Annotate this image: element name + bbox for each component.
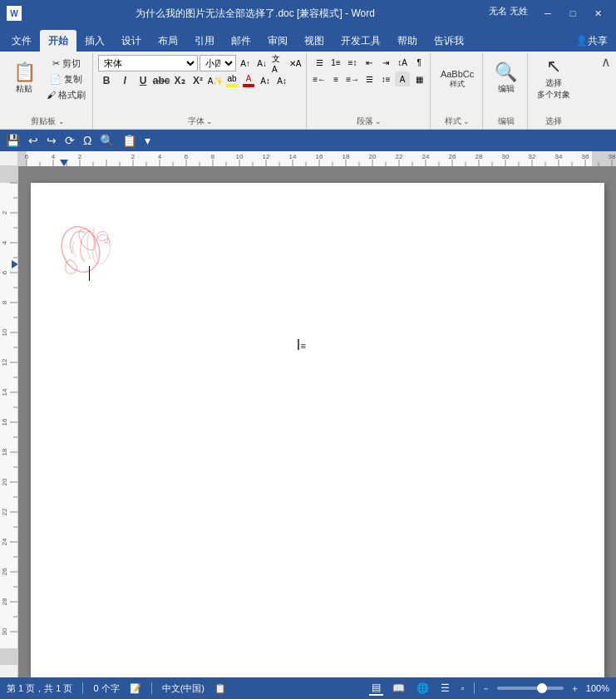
tab-view[interactable]: 视图 [296, 30, 333, 52]
font-family-select[interactable]: 宋体 [98, 55, 198, 71]
bold-button[interactable]: B [98, 73, 115, 88]
line-spacing-button[interactable]: ↕≡ [378, 71, 393, 86]
zoom-thumb[interactable] [537, 683, 547, 693]
zoom-track[interactable] [497, 687, 564, 690]
view-outline-button[interactable]: ☰ [438, 682, 452, 695]
status-left: 第 1 页，共 1 页 0 个字 📝 中文(中国) 📋 [7, 682, 226, 695]
ibeam-cursor: I≡ [297, 337, 306, 354]
italic-button[interactable]: I [116, 73, 133, 88]
tab-design[interactable]: 设计 [113, 30, 150, 52]
text-cursor [89, 266, 90, 281]
decrease-indent-button[interactable]: ⇤ [362, 55, 377, 70]
paragraph-label: 段落 ⌄ [357, 116, 382, 127]
main-area: I≡ [0, 166, 616, 677]
show-formatting-button[interactable]: ¶ [411, 55, 426, 70]
zoom-slider[interactable] [497, 687, 564, 690]
align-right-button[interactable]: ≡→ [345, 71, 360, 86]
tab-insert[interactable]: 插入 [76, 30, 113, 52]
superscript-button[interactable]: X² [190, 73, 206, 88]
editing-label: 编辑 [498, 116, 515, 127]
clipboard-label: 剪贴板 ⌄ [31, 116, 65, 127]
select-objects-button[interactable]: ↖ 选择多个对象 [533, 55, 574, 103]
find-qa-button[interactable]: 🔍 [97, 132, 116, 149]
increase-indent-button[interactable]: ⇥ [378, 55, 393, 70]
view-print-button[interactable]: ▤ [369, 681, 383, 696]
clipboard-group: 📋 粘贴 ✂ 剪切 📄 复制 🖌 格式刷 剪贴板 ⌄ [3, 53, 93, 129]
border-button[interactable]: ▦ [411, 71, 426, 86]
symbol-button[interactable]: Ω [81, 132, 94, 149]
cut-button[interactable]: ✂ 剪切 [43, 56, 89, 71]
styles-button[interactable]: AaBbCc 样式 [436, 55, 479, 103]
view-draft-button[interactable]: ▫ [459, 682, 467, 695]
underline-button[interactable]: U [135, 73, 151, 88]
paste-button[interactable]: 📋 粘贴 [7, 55, 42, 103]
font-label: 字体 ⌄ [188, 116, 214, 127]
editing-group: 🔍 编辑 编辑 [485, 53, 528, 129]
copy-button[interactable]: 📄 复制 [43, 71, 89, 86]
status-divider-2 [151, 682, 152, 694]
save-button[interactable]: 💾 [3, 132, 22, 149]
redo-button[interactable]: ↪ [44, 132, 59, 149]
view-read-button[interactable]: 📖 [390, 682, 407, 695]
highlight-color-button[interactable]: ab [224, 73, 239, 88]
font-shrink-button[interactable]: A↓ [254, 56, 269, 71]
tab-mailings[interactable]: 邮件 [223, 30, 259, 52]
tab-review[interactable]: 审阅 [259, 30, 296, 52]
sort-button[interactable]: ↕A [395, 55, 410, 70]
quick-access-toolbar: 💾 ↩ ↪ ⟳ Ω 🔍 📋 ▾ [0, 130, 616, 151]
tab-home[interactable]: 开始 [40, 30, 76, 52]
subscript-button[interactable]: X₂ [171, 73, 188, 88]
bullets-button[interactable]: ☰ [312, 55, 327, 70]
zoom-level[interactable]: 100% [586, 683, 609, 693]
tab-references[interactable]: 引用 [186, 30, 223, 52]
view-web-button[interactable]: 🌐 [414, 682, 431, 695]
status-divider-3 [474, 682, 475, 694]
ruler-container [0, 151, 616, 166]
font-grow-button[interactable]: A↑ [238, 56, 253, 71]
vertical-ruler [0, 166, 18, 677]
language-indicator[interactable]: 中文(中国) [162, 682, 205, 695]
close-button[interactable]: ✕ [586, 5, 609, 22]
font-size-adjust2-button[interactable]: A↕ [274, 73, 289, 88]
zoom-minus-button[interactable]: － [481, 682, 490, 695]
document-area[interactable]: I≡ [18, 166, 616, 677]
tab-share[interactable]: 👤 共享 [567, 30, 616, 52]
align-center-button[interactable]: ≡ [328, 71, 343, 86]
refresh-button[interactable]: ⟳ [62, 132, 77, 149]
minimize-button[interactable]: ─ [536, 5, 559, 22]
document-page[interactable]: I≡ [31, 183, 604, 677]
maximize-button[interactable]: □ [561, 5, 584, 22]
status-divider-1 [82, 682, 83, 694]
font-color-button[interactable]: A [241, 73, 256, 88]
ribbon-tabs: 文件 开始 插入 设计 布局 引用 邮件 审阅 视图 开发工具 帮助 告诉我 👤… [0, 27, 616, 52]
quick-access-more-button[interactable]: ▾ [142, 132, 153, 149]
align-left-button[interactable]: ≡← [312, 71, 327, 86]
font-size-adjust-button[interactable]: A↕ [258, 73, 273, 88]
justify-button[interactable]: ☰ [362, 71, 377, 86]
format-painter-button[interactable]: 🖌 格式刷 [43, 87, 89, 102]
tab-file[interactable]: 文件 [3, 30, 40, 52]
numbering-button[interactable]: 1≡ [328, 55, 343, 70]
select-group: ↖ 选择多个对象 选择 [530, 53, 578, 129]
ribbon-collapse-button[interactable]: ∧ [598, 53, 614, 70]
zoom-plus-button[interactable]: ＋ [570, 682, 579, 695]
styles-group: AaBbCc 样式 样式 ⌄ [432, 53, 483, 129]
multilevel-list-button[interactable]: ≡↕ [345, 55, 360, 70]
find-button[interactable]: 🔍 编辑 [490, 55, 522, 103]
font-aa-button[interactable]: 文A [271, 56, 286, 71]
clear-format-button[interactable]: ✕A [288, 56, 303, 71]
tab-help[interactable]: 帮助 [389, 30, 426, 52]
strikethrough-button[interactable]: abc [153, 73, 170, 88]
window-title: 为什么我的图片无法全部选择了.doc [兼容模式] - Word [22, 7, 489, 21]
clipboard-qa-button[interactable]: 📋 [120, 132, 139, 149]
username: 无名 无姓 [489, 5, 528, 22]
tab-tellme[interactable]: 告诉我 [426, 30, 472, 52]
text-effect-button[interactable]: A✨ [208, 73, 223, 88]
font-size-select[interactable]: 小四 [200, 55, 236, 71]
tab-layout[interactable]: 布局 [150, 30, 186, 52]
page-info: 第 1 页，共 1 页 [7, 682, 72, 695]
shading-button[interactable]: A [395, 71, 410, 86]
tab-developer[interactable]: 开发工具 [333, 30, 389, 52]
window-controls: 无名 无姓 ─ □ ✕ [489, 5, 609, 22]
undo-button[interactable]: ↩ [26, 132, 41, 149]
